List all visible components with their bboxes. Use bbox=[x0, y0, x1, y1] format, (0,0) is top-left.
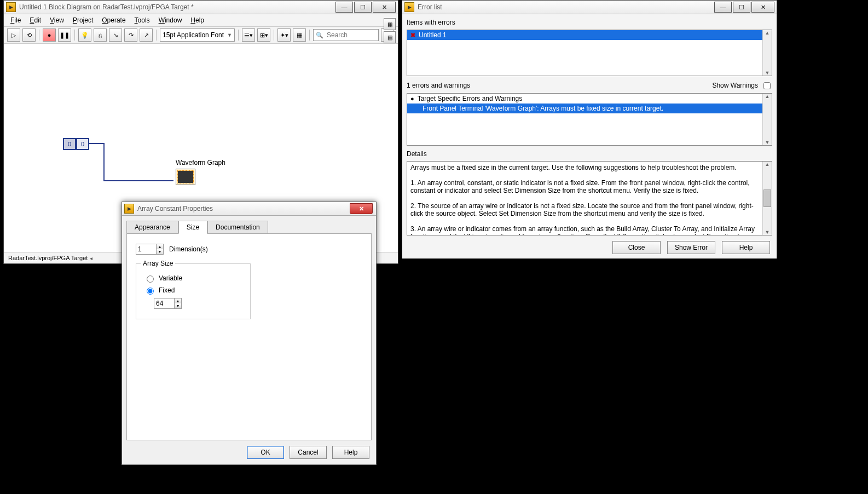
array-size-group: Array Size Variable Fixed ▲ ▼ bbox=[136, 263, 251, 319]
details-box[interactable]: Arrays must be a fixed size in the curre… bbox=[407, 161, 772, 235]
wire-segment-h[interactable] bbox=[88, 143, 103, 144]
array-index-cell[interactable]: 0 bbox=[63, 138, 76, 150]
tab-size[interactable]: Size bbox=[178, 221, 207, 234]
tab-appearance[interactable]: Appearance bbox=[126, 221, 178, 234]
pause-button[interactable]: ❚❚ bbox=[58, 28, 71, 42]
maximize-button[interactable]: ☐ bbox=[733, 2, 750, 13]
dimension-input[interactable] bbox=[136, 244, 157, 255]
step-into-button[interactable]: ↘ bbox=[109, 28, 122, 42]
spin-up-icon[interactable]: ▲ bbox=[157, 244, 163, 249]
err-title: Error list bbox=[418, 3, 714, 11]
scroll-up-icon: ▲ bbox=[765, 30, 770, 36]
spin-down-icon[interactable]: ▼ bbox=[175, 303, 181, 308]
error-row[interactable]: Front Panel Terminal 'Waveform Graph': A… bbox=[407, 104, 772, 113]
scroll-up-icon: ▲ bbox=[765, 162, 770, 167]
ok-button[interactable]: OK bbox=[247, 446, 284, 459]
fixed-size-spinner[interactable]: ▲ ▼ bbox=[154, 298, 182, 309]
errors-listbox[interactable]: ● Target Specific Errors and Warnings Fr… bbox=[407, 93, 772, 146]
vi-icon[interactable]: ▤ bbox=[384, 31, 396, 43]
labview-vi-icon: ▶ bbox=[6, 2, 16, 12]
dimension-spinner[interactable]: ▲ ▼ bbox=[136, 244, 164, 255]
minimize-button[interactable]: — bbox=[714, 2, 732, 13]
reorder-button[interactable]: ▦ bbox=[293, 28, 306, 42]
radio-fixed[interactable] bbox=[147, 288, 154, 295]
menu-file[interactable]: File bbox=[7, 15, 24, 25]
radio-fixed-label: Fixed bbox=[159, 286, 175, 294]
show-warnings-toggle[interactable]: Show Warnings bbox=[712, 81, 772, 91]
abort-button[interactable]: ● bbox=[43, 28, 56, 42]
highlight-exec-button[interactable]: 💡 bbox=[78, 28, 91, 42]
dlg-titlebar[interactable]: ▶ Array Constant Properties ✕ bbox=[122, 202, 376, 216]
menu-project[interactable]: Project bbox=[70, 15, 96, 25]
close-button[interactable]: ✕ bbox=[751, 2, 774, 13]
cancel-button[interactable]: Cancel bbox=[290, 446, 327, 459]
search-icon: 🔍 bbox=[316, 32, 323, 39]
show-error-button[interactable]: Show Error bbox=[667, 241, 715, 254]
search-box[interactable]: 🔍 bbox=[313, 29, 379, 41]
items-listbox[interactable]: ✖ Untitled 1 ▲▼ bbox=[407, 30, 772, 76]
array-value-cell[interactable]: 0 bbox=[76, 138, 89, 150]
scrollbar[interactable]: ▲▼ bbox=[762, 162, 772, 235]
run-button[interactable]: ▷ bbox=[7, 28, 20, 42]
distribute-button[interactable]: ⊞▾ bbox=[257, 28, 270, 42]
show-warnings-checkbox[interactable] bbox=[763, 82, 771, 89]
bd-titlebar[interactable]: ▶ Untitled 1 Block Diagram on RadarTest.… bbox=[4, 1, 398, 14]
retain-wire-button[interactable]: ⎌ bbox=[94, 28, 107, 42]
menu-window[interactable]: Window bbox=[155, 15, 186, 25]
vi-icon-pane: ▦ ▤ bbox=[384, 18, 396, 43]
items-list-item[interactable]: ✖ Untitled 1 bbox=[407, 30, 772, 40]
details-label: Details bbox=[407, 150, 772, 158]
labview-vi-icon: ▶ bbox=[404, 2, 414, 12]
error-category-label: Target Specific Errors and Warnings bbox=[418, 95, 523, 102]
menu-tools[interactable]: Tools bbox=[131, 15, 153, 25]
minimize-button[interactable]: — bbox=[335, 2, 353, 13]
close-button[interactable]: Close bbox=[612, 241, 661, 254]
count-label: 1 errors and warnings bbox=[407, 82, 470, 89]
wire-segment-v[interactable] bbox=[103, 143, 105, 180]
caret-down-icon: ▼ bbox=[227, 32, 232, 38]
step-out-button[interactable]: ↗ bbox=[140, 28, 153, 42]
show-warnings-label: Show Warnings bbox=[712, 82, 758, 89]
radio-fixed-row[interactable]: Fixed bbox=[144, 286, 242, 295]
menu-edit[interactable]: Edit bbox=[26, 15, 44, 25]
dlg-close-button[interactable]: ✕ bbox=[350, 203, 373, 214]
menu-operate[interactable]: Operate bbox=[99, 15, 129, 25]
error-list-window: ▶ Error list — ☐ ✕ Items with errors ✖ U… bbox=[402, 0, 777, 259]
scrollbar[interactable]: ▲▼ bbox=[762, 30, 772, 76]
scrollbar-thumb[interactable] bbox=[763, 189, 771, 207]
radio-variable-row[interactable]: Variable bbox=[144, 274, 242, 283]
step-over-button[interactable]: ↷ bbox=[124, 28, 137, 42]
scrollbar[interactable]: ▲▼ bbox=[762, 94, 772, 145]
err-buttons: Close Show Error Help bbox=[407, 238, 772, 255]
wire-segment-h2[interactable] bbox=[103, 180, 173, 181]
menu-view[interactable]: View bbox=[47, 15, 67, 25]
err-titlebar[interactable]: ▶ Error list — ☐ ✕ bbox=[402, 1, 777, 14]
font-select[interactable]: 15pt Application Font ▼ bbox=[160, 28, 235, 42]
search-input[interactable] bbox=[326, 31, 366, 39]
radio-variable[interactable] bbox=[147, 275, 154, 283]
maximize-button[interactable]: ☐ bbox=[354, 2, 372, 13]
cleanup-button[interactable]: ✦▾ bbox=[277, 28, 291, 42]
error-category-row[interactable]: ● Target Specific Errors and Warnings bbox=[407, 94, 772, 104]
err-body: Items with errors ✖ Untitled 1 ▲▼ 1 erro… bbox=[402, 14, 777, 259]
spin-up-icon[interactable]: ▲ bbox=[175, 298, 181, 303]
status-arrow-icon[interactable]: ◂ bbox=[90, 255, 92, 261]
font-select-label: 15pt Application Font bbox=[163, 31, 224, 39]
error-x-icon: ✖ bbox=[410, 32, 415, 39]
details-p3: 3. An array wire or indicator comes from… bbox=[410, 225, 761, 235]
fixed-size-input[interactable] bbox=[154, 298, 175, 309]
align-button[interactable]: ☰▾ bbox=[242, 28, 255, 42]
help-button[interactable]: Help bbox=[332, 446, 369, 459]
menu-help[interactable]: Help bbox=[187, 15, 207, 25]
help-button[interactable]: Help bbox=[722, 241, 770, 254]
waveform-graph-label: Waveform Graph bbox=[176, 159, 225, 166]
error-text: Front Panel Terminal 'Waveform Graph': A… bbox=[423, 105, 663, 112]
close-button[interactable]: ✕ bbox=[373, 2, 396, 13]
waveform-graph-terminal[interactable] bbox=[176, 169, 195, 185]
scroll-down-icon: ▼ bbox=[765, 140, 770, 145]
tab-documentation[interactable]: Documentation bbox=[207, 221, 268, 234]
connector-pane-icon[interactable]: ▦ bbox=[384, 18, 396, 30]
run-continuous-button[interactable]: ⟲ bbox=[22, 28, 36, 42]
spin-down-icon[interactable]: ▼ bbox=[157, 249, 163, 254]
array-constant[interactable]: 0 0 bbox=[63, 138, 89, 150]
